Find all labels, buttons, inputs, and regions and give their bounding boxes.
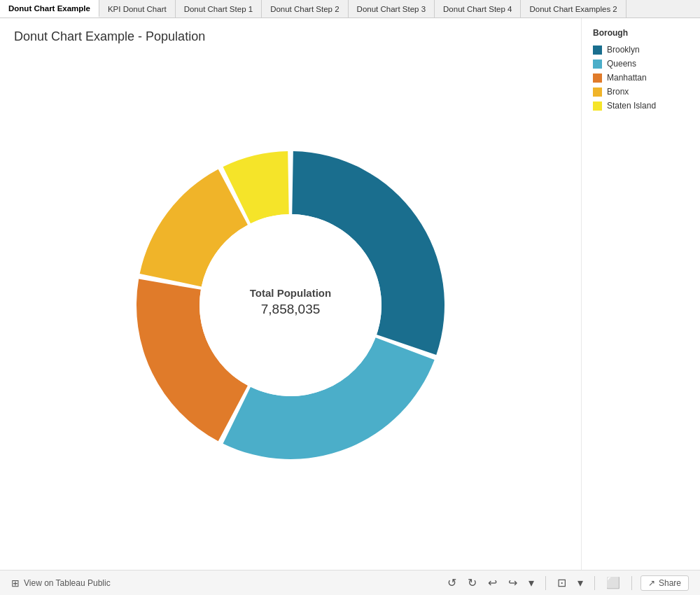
legend-swatch-manhattan [593,74,602,83]
share-label: Share [659,578,681,588]
share-icon: ↗ [648,578,655,588]
back-icon[interactable]: ↩ [485,575,500,591]
forward-icon[interactable]: ↪ [505,575,520,591]
legend-item-bronx: Bronx [593,87,689,97]
legend-label-manhattan: Manhattan [607,73,647,83]
present-icon[interactable]: ⊡ [554,575,569,591]
tab-bar: Donut Chart Example KPI Donut Chart Donu… [0,0,700,18]
legend-label-bronx: Bronx [607,87,629,97]
divider-3 [631,576,632,590]
main-content: Donut Chart Example - Population [0,18,700,570]
legend-swatch-bronx [593,88,602,97]
legend-item-queens: Queens [593,59,689,69]
tab-donut-chart-example[interactable]: Donut Chart Example [0,0,99,18]
fullscreen-dropdown-icon[interactable]: ▾ [575,575,586,591]
page-title: Donut Chart Example - Population [14,29,567,44]
legend-label-staten-island: Staten Island [607,101,656,111]
tab-donut-chart-step-3[interactable]: Donut Chart Step 3 [349,0,435,18]
center-value: 7,858,035 [261,302,321,316]
donut-chart-svg: Total Population 7,858,035 [108,123,472,487]
chart-container: Total Population 7,858,035 [14,51,567,559]
legend-swatch-staten-island [593,102,602,111]
divider [545,576,546,590]
tab-kpi-donut-chart[interactable]: KPI Donut Chart [99,0,176,18]
tab-donut-chart-examples-2[interactable]: Donut Chart Examples 2 [521,0,626,18]
share-button[interactable]: ↗ Share [640,575,689,591]
chart-area: Donut Chart Example - Population [0,18,581,570]
tableau-link[interactable]: ⊞ View on Tableau Public [11,578,111,589]
bottom-controls: ↺ ↻ ↩ ↪ ▾ ⊡ ▾ ⬜ ↗ Share [444,575,689,591]
tab-donut-chart-step-1[interactable]: Donut Chart Step 1 [176,0,262,18]
tab-donut-chart-step-4[interactable]: Donut Chart Step 4 [435,0,521,18]
divider-2 [594,576,595,590]
legend-item-brooklyn: Brooklyn [593,45,689,55]
redo-icon[interactable]: ↻ [465,575,479,591]
legend-label-queens: Queens [607,59,636,69]
tableau-grid-icon: ⊞ [11,578,20,589]
legend-panel: Borough Brooklyn Queens Manhattan Bronx … [581,18,700,570]
tab-donut-chart-step-2[interactable]: Donut Chart Step 2 [262,0,348,18]
bottom-bar: ⊞ View on Tableau Public ↺ ↻ ↩ ↪ ▾ ⊡ ▾ ⬜… [0,570,700,595]
tableau-link-label: View on Tableau Public [24,578,111,588]
download-icon[interactable]: ⬜ [603,575,623,591]
legend-swatch-queens [593,59,602,69]
undo-icon[interactable]: ↺ [444,575,459,591]
center-label: Total Population [250,287,331,299]
forward-dropdown-icon[interactable]: ▾ [526,575,537,591]
legend-item-manhattan: Manhattan [593,73,689,83]
legend-title: Borough [593,28,689,38]
legend-label-brooklyn: Brooklyn [607,45,640,55]
legend-swatch-brooklyn [593,46,602,55]
legend-item-staten-island: Staten Island [593,101,689,111]
